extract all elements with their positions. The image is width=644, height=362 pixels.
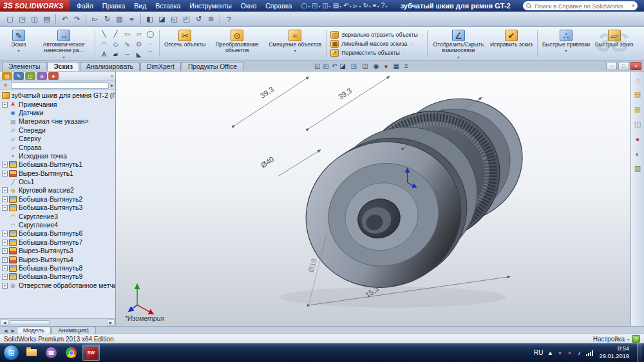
file-explorer-icon[interactable]: ▦ [632,104,643,114]
expand-toggle[interactable]: + [2,205,8,211]
menu-item[interactable]: Окно [236,1,261,10]
open-document-icon[interactable]: ◳ [16,14,28,25]
model-canvas[interactable]: 39,3 39,3 39,3 Ø40 Ø18 15,3 [116,71,630,326]
text-tool-icon[interactable]: A [99,50,109,59]
tree-item[interactable]: зубчатый шкив для ремня GT-2 (П [2,91,115,100]
tree-item[interactable]: +Бобышка-Вытянуть2 [2,195,115,204]
expand-toggle[interactable]: + [2,274,8,280]
tab-office-products[interactable]: Продукты Office [182,62,243,71]
dimxpert-manager-tab-icon[interactable]: ⌀ [37,72,47,80]
animation-tab[interactable]: Анимация1 [52,327,96,334]
zoom-fit-icon[interactable]: ◱ [168,14,180,25]
network-icon[interactable] [586,350,593,356]
customize-label[interactable]: Настройка [593,336,625,343]
viber-taskbar-button[interactable]: ☎ [43,345,60,361]
new-document-button[interactable]: ▢▾ [300,1,310,10]
help-search-box[interactable]: ▾ [523,1,638,10]
menu-item[interactable]: Инструменты [185,1,236,10]
menu-item[interactable]: Вид [129,1,151,10]
viber-tray-icon[interactable]: ● [556,350,563,356]
update-tray-icon[interactable]: ● [566,350,573,356]
expand-toggle[interactable]: + [2,162,8,167]
smart-dimension-button[interactable]: ↔ Автоматическое нанесение ра... [35,28,93,59]
clock[interactable]: 0:54 29.01.2019 [599,345,629,359]
model-tab[interactable]: Модель [17,327,51,334]
rebuild-button[interactable]: ↻▾ [362,1,371,10]
select-button[interactable]: ▻▾ [353,1,362,10]
edit-appearance-button[interactable]: ●▾ [384,62,390,70]
hidden-icons-button[interactable]: ▲ [547,350,553,356]
filter-funnel-icon[interactable]: ▼ [2,82,9,89]
rebuild-icon[interactable]: ↻ [101,14,113,25]
previous-view-button[interactable]: ↶ [332,62,337,70]
tree-item[interactable]: ▱Сверху [2,135,115,143]
scenes-icon[interactable]: ◐ [632,149,643,158]
plane-tool-icon[interactable]: ▰ [110,50,121,59]
chamfer-tool-icon[interactable]: ◣ [133,50,144,59]
view-orientation-button[interactable]: ◳▾ [351,62,359,70]
options-icon[interactable]: ≡ [126,14,138,25]
tree-item[interactable]: +Вырез-Вытянуть3 [2,247,115,255]
print-icon[interactable]: ▤ [41,14,53,25]
options-button[interactable]: ≡▾ [372,1,380,10]
volume-icon[interactable]: ♪ [576,350,582,356]
expand-toggle[interactable]: + [2,283,8,289]
slot-tool-icon[interactable]: ▱ [133,29,144,39]
expand-toggle[interactable]: + [2,231,8,236]
scroll-left-icon[interactable]: ◀ [1,319,8,326]
repair-sketch-button[interactable]: ✔ Исправить эскиз [488,28,535,59]
chevron-down-icon[interactable]: ▾ [627,337,629,341]
design-library-icon[interactable]: ▤ [632,90,643,99]
tree-item[interactable]: ◉Датчики [2,109,115,117]
dimension-text[interactable]: Ø40 [260,155,276,169]
help-icon[interactable]: ? [223,14,235,25]
graphics-viewport[interactable]: 39,3 39,3 39,3 Ø40 Ø18 15,3 *Изометрия [116,71,630,326]
undo-icon[interactable]: ↶ [59,14,71,25]
sketch-button[interactable]: ✎ Эскиз [3,28,35,59]
feature-manager-tab-icon[interactable]: ▤ [2,72,12,80]
custom-properties-icon[interactable]: ▥ [632,164,643,173]
select-icon[interactable]: ▻ [89,14,101,25]
edit-color-icon[interactable]: ◧ [144,14,156,25]
menu-item[interactable]: Правка [98,1,129,10]
zoom-fit-button[interactable]: ◱ [314,62,320,70]
spline-tool-icon[interactable]: ∿ [122,39,133,49]
tree-item[interactable]: ⌖Исходная точка [2,152,115,160]
tree-item[interactable]: ◠Скругление3 [2,212,115,220]
expand-toggle[interactable]: + [2,240,8,245]
dimension-text[interactable]: 39,3 [259,85,275,99]
quick-snaps-button[interactable]: ∴ Быстрые привязки [540,28,592,59]
scroll-right-icon[interactable]: ▶ [107,319,115,326]
close-button[interactable]: × [630,62,641,70]
tree-item[interactable]: +Бобышка-Вытянуть8 [2,264,115,272]
minimize-button[interactable]: ─ [606,62,617,70]
tree-item[interactable]: +Вырез-Вытянуть1 [2,169,115,178]
help-button[interactable]: ?▾ [381,1,388,10]
panel-horizontal-scrollbar[interactable]: ◀ ▶ [0,318,115,326]
arc-tool-icon[interactable]: ◠ [99,39,109,49]
print-button[interactable]: ▤▾ [332,1,342,10]
mirror-entities-button[interactable]: ◫Зеркально отразить объекты▾ [330,31,423,39]
trim-entities-button[interactable]: ✂ Отсечь объекты [162,28,208,59]
tree-item[interactable]: ▱Справа [2,143,115,151]
tree-item[interactable]: +Бобышка-Вытянуть3 [2,204,115,212]
expand-toggle[interactable]: + [2,171,8,176]
expand-toggle[interactable]: + [2,187,8,193]
linear-pattern-button[interactable]: ▦Линейный массив эскиза▾ [330,40,423,48]
tab-dimxpert[interactable]: DimXpert [140,62,181,71]
redo-icon[interactable]: ↷ [71,14,83,25]
panel-flyout-icon[interactable]: ▸ [111,82,113,88]
point-tool-icon[interactable]: ∙ [145,39,156,49]
tab-sketch[interactable]: Эскиз [47,62,79,71]
appearances-icon[interactable]: ● [632,134,643,144]
dimension-text[interactable]: Ø18 [307,258,318,273]
expand-toggle[interactable]: + [2,102,8,108]
polygon-tool-icon[interactable]: ◇ [110,39,121,49]
tree-item[interactable]: +◎Отверстие обработанное метчи [2,281,115,290]
display-style-button[interactable]: ◫▾ [362,62,370,70]
help-icon[interactable]: ? [632,335,640,343]
show-desktop-button[interactable] [637,343,642,362]
line-tool-icon[interactable]: ╲ [99,29,109,39]
search-dropdown-icon[interactable]: ▾ [632,3,634,8]
tree-item[interactable]: ▱Спереди [2,126,115,135]
